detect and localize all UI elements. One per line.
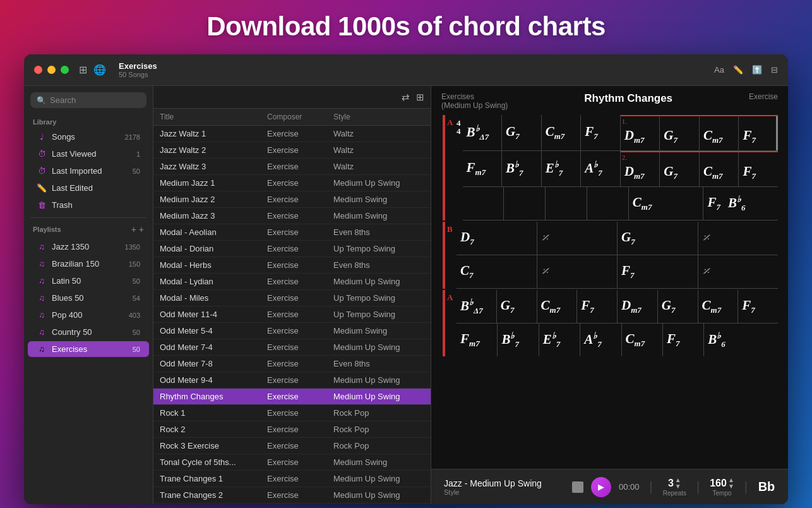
shuffle-icon[interactable]: ⇄ bbox=[402, 92, 410, 103]
sidebar-toggle-icon[interactable]: ⊞ bbox=[79, 64, 87, 76]
music-note-icon: ♩ bbox=[37, 132, 47, 142]
sidebar-item-songs[interactable]: ♩ Songs 2178 bbox=[28, 129, 149, 145]
sidebar-item-trash[interactable]: 🗑 Trash bbox=[28, 197, 149, 213]
sidebar-item-pop[interactable]: ♫ Pop 400 403 bbox=[28, 307, 149, 323]
repeats-control: 3 ▲ ▼ Repeats bbox=[663, 477, 686, 497]
tempo-spinner[interactable]: ▲ ▼ bbox=[728, 477, 734, 490]
sidebar-item-latin[interactable]: ♫ Latin 50 50 bbox=[28, 273, 149, 289]
chord-cell: D7 bbox=[457, 222, 537, 255]
song-row[interactable]: Modal - HerbsExerciseEven 8ths bbox=[153, 257, 431, 274]
sidebar-pop-label: Pop 400 bbox=[52, 310, 124, 320]
font-button[interactable]: Aa bbox=[714, 65, 724, 75]
title-bar: ⊞ 🌐 Exercises 50 Songs Aa ✏️ ⬆️ ⊟ bbox=[24, 54, 788, 86]
window-subtitle: 50 Songs bbox=[119, 71, 714, 78]
sidebar-country-label: Country 50 bbox=[52, 327, 128, 337]
sidebar-item-blues[interactable]: ♫ Blues 50 54 bbox=[28, 290, 149, 306]
playlist-icon-pop: ♫ bbox=[37, 310, 47, 320]
chord-row-3: Cm7 F7 B♭6 bbox=[463, 187, 779, 221]
play-button[interactable]: ▶ bbox=[591, 477, 611, 497]
chord-row: Fm7 B♭7 E♭7 A♭7 bbox=[457, 324, 778, 356]
song-row[interactable]: Modal - LydianExerciseMedium Up Swing bbox=[153, 274, 431, 290]
tempo-value: 160 bbox=[710, 478, 727, 489]
chord-rows-section-a-repeat: B♭Δ7 G7 Cm7 F7 bbox=[457, 290, 778, 356]
chord-cell-cm7: Cm7 bbox=[629, 187, 704, 220]
sidebar-item-exercises[interactable]: ♫ Exercises 50 bbox=[28, 341, 149, 357]
song-row[interactable]: Trane Changes 3ExerciseMedium Up Swing bbox=[153, 504, 431, 504]
chord-cell-empty bbox=[546, 187, 587, 220]
song-row[interactable]: Odd Meter 7-8ExerciseEven 8ths bbox=[153, 356, 431, 372]
tempo-down-arrow[interactable]: ▼ bbox=[728, 483, 734, 490]
playback-time: 00:00 bbox=[619, 482, 640, 492]
sidebar-item-brazilian[interactable]: ♫ Brazilian 150 150 bbox=[28, 256, 149, 272]
repeats-down-arrow[interactable]: ▼ bbox=[675, 483, 681, 490]
song-row[interactable]: Rock 2ExerciseRock Pop bbox=[153, 421, 431, 438]
repeats-spinner[interactable]: ▲ ▼ bbox=[675, 477, 681, 490]
close-button[interactable] bbox=[34, 66, 42, 74]
sidebar-item-last-viewed[interactable]: ⏱ Last Viewed 1 bbox=[28, 146, 149, 162]
song-row[interactable]: Medium Jazz 3ExerciseMedium Swing bbox=[153, 208, 431, 224]
song-row[interactable]: Odd Meter 11-4ExerciseUp Tempo Swing bbox=[153, 306, 431, 323]
song-row[interactable]: Tonal Cycle of 5ths...ExerciseMedium Swi… bbox=[153, 454, 431, 471]
chord-cell-volta2: 2. Dm7 bbox=[621, 151, 660, 186]
song-row[interactable]: Odd Meter 9-4ExerciseMedium Up Swing bbox=[153, 372, 431, 389]
sidebar-last-viewed-label: Last Viewed bbox=[52, 149, 131, 159]
divider-3: | bbox=[744, 480, 748, 494]
chord-row-2: Fm7 B♭7 E♭7 A♭7 bbox=[463, 151, 779, 187]
sidebar-item-last-edited[interactable]: ✏️ Last Edited bbox=[28, 180, 149, 196]
song-row[interactable]: Modal - DorianExerciseUp Tempo Swing bbox=[153, 241, 431, 257]
layout-icon[interactable]: ⊟ bbox=[771, 65, 778, 75]
sidebar: 🔍 Library ♩ Songs 2178 ⏱ Last Viewed 1 ⏱… bbox=[24, 86, 153, 504]
col-header-style: Style bbox=[327, 112, 431, 121]
song-row[interactable]: Odd Meter 7-4ExerciseMedium Up Swing bbox=[153, 339, 431, 356]
col-header-composer: Composer bbox=[261, 112, 327, 121]
song-row[interactable]: Rock 1ExerciseRock Pop bbox=[153, 405, 431, 421]
clock-icon: ⏱ bbox=[37, 149, 47, 159]
playlist-options-button[interactable]: + bbox=[139, 224, 144, 234]
share-icon[interactable]: ⬆️ bbox=[752, 65, 762, 75]
minimize-button[interactable] bbox=[47, 66, 56, 74]
chord-cell: Cm7 bbox=[622, 324, 663, 356]
sidebar-exercises-count: 50 bbox=[133, 346, 140, 353]
section-a-repeat: A B♭Δ7 G7 Cm7 bbox=[443, 290, 778, 356]
song-row[interactable]: Trane Changes 1ExerciseMedium Up Swing bbox=[153, 471, 431, 487]
stop-button[interactable] bbox=[572, 481, 583, 493]
key-display: Bb bbox=[758, 480, 775, 494]
sidebar-songs-count: 2178 bbox=[125, 133, 140, 141]
song-row[interactable]: Trane Changes 2ExerciseMedium Up Swing bbox=[153, 487, 431, 504]
chord-cell: E♭7 bbox=[539, 324, 580, 356]
song-row[interactable]: Jazz Waltz 2ExerciseWaltz bbox=[153, 142, 431, 159]
song-row[interactable]: Modal - MilesExerciseUp Tempo Swing bbox=[153, 290, 431, 306]
chord-cell: Dm7 bbox=[618, 290, 658, 323]
tempo-control: 160 ▲ ▼ Tempo bbox=[710, 477, 734, 497]
sidebar-songs-label: Songs bbox=[52, 132, 120, 142]
globe-icon[interactable]: 🌐 bbox=[93, 64, 106, 76]
song-row[interactable]: Odd Meter 5-4ExerciseMedium Swing bbox=[153, 323, 431, 339]
chord-chart-area: Exercises (Medium Up Swing) Rhythm Chang… bbox=[431, 86, 788, 469]
maximize-button[interactable] bbox=[61, 66, 69, 74]
sidebar-latin-label: Latin 50 bbox=[52, 276, 128, 286]
chord-cell: Cm7 bbox=[542, 115, 582, 150]
grid-icon[interactable]: ⊞ bbox=[416, 92, 424, 103]
sidebar-item-jazz[interactable]: ♫ Jazz 1350 1350 bbox=[28, 239, 149, 255]
search-input[interactable] bbox=[50, 95, 140, 105]
banner-title: Download 1000s of chord charts bbox=[0, 0, 812, 51]
edit-icon[interactable]: ✏️ bbox=[733, 65, 743, 75]
sidebar-item-country[interactable]: ♫ Country 50 50 bbox=[28, 324, 149, 340]
song-row[interactable]: Modal - AeolianExerciseEven 8ths bbox=[153, 224, 431, 241]
song-row-rock3[interactable]: Rock 3 ExerciseExerciseRock Pop bbox=[153, 438, 431, 454]
song-row[interactable]: Medium Jazz 2ExerciseMedium Swing bbox=[153, 191, 431, 208]
playlist-icon-blues: ♫ bbox=[37, 293, 47, 303]
chord-row: B♭Δ7 G7 Cm7 F7 bbox=[457, 290, 778, 324]
song-row[interactable]: Jazz Waltz 1ExerciseWaltz bbox=[153, 126, 431, 142]
section-b-label: B bbox=[445, 222, 457, 289]
playlist-add-button[interactable]: + bbox=[131, 224, 136, 234]
playlists-section-label: Playlists bbox=[33, 226, 129, 233]
sidebar-item-last-imported[interactable]: ⏱ Last Imported 50 bbox=[28, 163, 149, 179]
song-row[interactable]: Jazz Waltz 3ExerciseWaltz bbox=[153, 159, 431, 175]
search-box[interactable]: 🔍 bbox=[30, 92, 146, 108]
chord-cell: A♭7 bbox=[581, 151, 621, 186]
chord-cell-empty bbox=[463, 187, 505, 220]
playback-style-info: Jazz - Medium Up Swing Style bbox=[444, 478, 562, 496]
song-row-rhythm-changes[interactable]: Rhythm ChangesExerciseMedium Up Swing bbox=[153, 389, 431, 405]
song-row[interactable]: Medium Jazz 1ExerciseMedium Up Swing bbox=[153, 175, 431, 191]
